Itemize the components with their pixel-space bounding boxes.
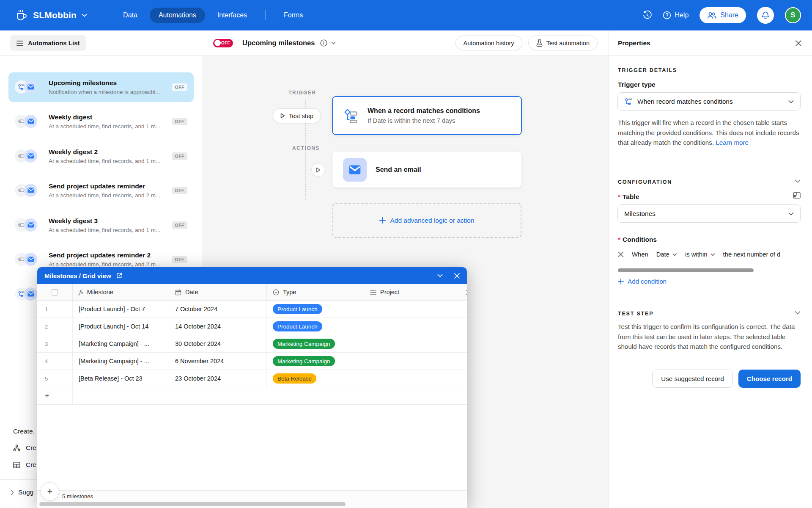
automation-item-send-project-updates-reminder[interactable]: Send project updates reminder At a sched… xyxy=(8,176,194,205)
help-button[interactable]: Help xyxy=(663,11,689,19)
type-cell[interactable]: Product Launch xyxy=(267,318,364,335)
project-cell[interactable] xyxy=(364,353,462,370)
create-table-item[interactable]: Cre xyxy=(13,461,36,469)
automation-item-weekly-digest-2[interactable]: Weekly digest 2 At a scheduled time, fin… xyxy=(8,141,194,171)
create-automation-item[interactable]: Cre xyxy=(13,444,36,452)
test-automation-button[interactable]: Test automation xyxy=(528,36,598,50)
minimize-modal-icon[interactable] xyxy=(437,274,443,277)
column-header-type[interactable]: Type xyxy=(267,284,364,300)
partial-cell[interactable] xyxy=(462,301,467,318)
automation-item-weekly-digest[interactable]: Weekly digest At a scheduled time, find … xyxy=(8,107,194,136)
condition-operator-dropdown[interactable]: is within xyxy=(685,251,715,258)
partial-cell[interactable] xyxy=(462,335,467,352)
run-action-button[interactable] xyxy=(311,163,325,177)
condition-value[interactable]: the next number of d xyxy=(723,251,781,258)
trigger-type-select[interactable]: When record matches conditions xyxy=(617,92,801,110)
automation-enabled-toggle[interactable]: OFF xyxy=(213,39,233,47)
use-suggested-record-button[interactable]: Use suggested record xyxy=(652,370,733,388)
share-button[interactable]: Share xyxy=(700,7,746,23)
nav-tab-interfaces[interactable]: Interfaces xyxy=(208,8,256,23)
choose-record-button[interactable]: Choose record xyxy=(738,370,801,388)
close-modal-icon[interactable] xyxy=(454,273,460,279)
milestone-cell[interactable]: [Marketing Campaign] - ... xyxy=(73,353,169,370)
nav-tab-forms[interactable]: Forms xyxy=(275,8,312,23)
type-cell[interactable]: Product Launch xyxy=(267,301,364,318)
column-header-partial[interactable] xyxy=(462,284,467,300)
add-condition-button[interactable]: Add condition xyxy=(618,278,667,285)
conditions-scrollbar[interactable] xyxy=(618,268,754,272)
type-pill: Product Launch xyxy=(273,321,322,331)
automations-list-button[interactable]: Automations List xyxy=(10,35,86,51)
automation-title: Upcoming milestones xyxy=(49,79,160,87)
column-header-milestone[interactable]: ƒx Milestone xyxy=(73,284,169,300)
modal-header[interactable]: Milestones / Grid view xyxy=(37,267,467,284)
record-count-label: 5 milestones xyxy=(62,493,93,500)
milestone-cell[interactable]: [Product Launch] - Oct 14 xyxy=(73,318,169,335)
date-cell[interactable]: 7 October 2024 xyxy=(169,301,267,318)
nav-tab-data[interactable]: Data xyxy=(114,8,146,23)
expand-panel-icon[interactable] xyxy=(793,192,801,199)
table-select[interactable]: Milestones xyxy=(617,204,801,223)
add-advanced-logic-button[interactable]: Add advanced logic or action xyxy=(332,203,521,238)
milestone-cell[interactable]: [Product Launch] - Oct 7 xyxy=(73,301,169,318)
automation-title: Weekly digest 2 xyxy=(49,148,160,156)
remove-condition-icon[interactable] xyxy=(618,251,624,257)
type-cell[interactable]: Marketing Campaign xyxy=(267,335,364,352)
grid-header-row: ƒx Milestone 31 Date Type Project xyxy=(37,284,467,301)
email-action-icon xyxy=(24,80,37,94)
row-number: 3 xyxy=(37,335,73,352)
actions-section-label: ACTIONS xyxy=(292,145,320,151)
horizontal-scrollbar[interactable] xyxy=(39,502,346,506)
type-cell[interactable]: Beta Release xyxy=(267,370,364,387)
milestone-cell[interactable]: [Beta Release] - Oct 23 xyxy=(73,370,169,387)
grid-row-4[interactable]: 4 [Marketing Campaign] - ... 6 November … xyxy=(37,353,467,370)
nav-tab-automations[interactable]: Automations xyxy=(150,8,205,23)
learn-more-link[interactable]: Learn more xyxy=(716,139,749,146)
suggestions-item[interactable]: Sugg xyxy=(11,489,33,496)
trigger-card[interactable]: When a record matches conditions If Date… xyxy=(332,96,522,135)
automation-item-upcoming-milestones[interactable]: Upcoming milestones Notification when a … xyxy=(8,72,194,102)
history-icon[interactable] xyxy=(642,11,652,20)
app-logo-icon[interactable] xyxy=(14,8,28,22)
automation-item-weekly-digest-3[interactable]: Weekly digest 3 At a scheduled time, fin… xyxy=(8,210,194,240)
send-email-action-card[interactable]: Send an email xyxy=(332,152,521,188)
grid-row-2[interactable]: 2 [Product Launch] - Oct 14 14 October 2… xyxy=(37,318,467,335)
grid-row-1[interactable]: 1 [Product Launch] - Oct 7 7 October 202… xyxy=(37,301,467,318)
project-cell[interactable] xyxy=(364,370,462,387)
project-cell[interactable] xyxy=(364,335,462,352)
select-all-checkbox[interactable] xyxy=(52,289,58,295)
type-pill: Beta Release xyxy=(273,373,316,384)
milestone-cell[interactable]: [Marketing Campaign] - ... xyxy=(73,335,169,352)
partial-cell[interactable] xyxy=(462,318,467,335)
workspace-chevron-down-icon[interactable] xyxy=(82,14,87,17)
open-external-icon[interactable] xyxy=(116,273,122,279)
test-step-collapse-icon[interactable] xyxy=(795,311,801,315)
condition-field-dropdown[interactable]: Date xyxy=(656,251,677,258)
add-record-row[interactable]: + xyxy=(37,387,467,405)
title-chevron-down-icon[interactable] xyxy=(331,41,336,44)
avatar[interactable]: S xyxy=(785,7,801,23)
test-step-description: Test this trigger to confirm its configu… xyxy=(618,322,803,352)
grid-row-3[interactable]: 3 [Marketing Campaign] - ... 30 October … xyxy=(37,335,467,353)
partial-cell[interactable] xyxy=(462,353,467,370)
test-step-button[interactable]: Test step xyxy=(273,108,321,123)
add-row-plus-icon[interactable]: + xyxy=(37,387,73,404)
info-icon[interactable] xyxy=(320,39,327,47)
workspace-name[interactable]: SLMobbin xyxy=(33,10,77,20)
date-cell[interactable]: 30 October 2024 xyxy=(169,335,267,352)
partial-cell[interactable] xyxy=(462,370,467,387)
automation-history-button[interactable]: Automation history xyxy=(455,36,522,50)
date-cell[interactable]: 23 October 2024 xyxy=(169,370,267,387)
grid-row-5[interactable]: 5 [Beta Release] - Oct 23 23 October 202… xyxy=(37,370,467,387)
column-header-project[interactable]: Project xyxy=(364,284,462,300)
column-header-date[interactable]: 31 Date xyxy=(169,284,267,300)
configuration-collapse-icon[interactable] xyxy=(795,179,801,183)
date-cell[interactable]: 14 October 2024 xyxy=(169,318,267,335)
project-cell[interactable] xyxy=(364,318,462,335)
project-cell[interactable] xyxy=(364,301,462,318)
add-record-button[interactable]: + xyxy=(41,482,59,501)
notifications-button[interactable] xyxy=(757,7,774,24)
date-cell[interactable]: 6 November 2024 xyxy=(169,353,267,370)
type-cell[interactable]: Marketing Campaign xyxy=(267,353,364,370)
close-properties-icon[interactable] xyxy=(795,40,802,47)
